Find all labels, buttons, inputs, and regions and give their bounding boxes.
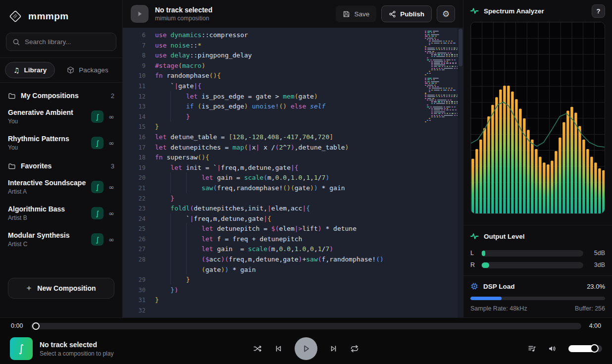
code-line[interactable]: 22 } (123, 193, 463, 204)
code-line[interactable]: (gate)) * gain (123, 264, 463, 275)
logo-row: mmmpm (0, 0, 122, 33)
code-text: } (155, 195, 174, 202)
code-line[interactable]: 14 } (123, 111, 463, 122)
channel-label: L (470, 250, 476, 257)
code-text: if (is_pos_edge) unoise!() else self (155, 103, 325, 110)
volume-knob[interactable] (590, 344, 599, 353)
code-line[interactable]: 25 let detunepitch = $(elem|>lift) * det… (123, 223, 463, 234)
elapsed-time: 0:00 (11, 322, 26, 329)
line-number: 31 (123, 295, 146, 306)
volume-controls (528, 345, 602, 353)
repeat-icon (350, 345, 359, 353)
code-line[interactable]: 9#stage(macro) (123, 60, 463, 71)
dsp-load-title: DSP Load (483, 283, 515, 290)
code-editor[interactable]: 6use dynamics::compressor7use noise::*8u… (123, 28, 463, 317)
code-lines: 6use dynamics::compressor7use noise::*8u… (123, 30, 463, 315)
composition-item[interactable]: Rhythmic PatternsYou∫∞ (0, 130, 122, 156)
section-header: Favorites3 (0, 156, 122, 174)
line-number: 30 (123, 285, 146, 296)
new-composition-button[interactable]: + New Composition (8, 278, 114, 299)
line-number: 11 (123, 81, 146, 92)
code-line[interactable]: 28 ($acc)(freq,m,detune,gate)+saw(f,rand… (123, 254, 463, 264)
code-line[interactable]: 32 (123, 305, 463, 315)
queue-button[interactable] (528, 345, 536, 353)
code-line[interactable]: 10fn randomphase(){ (123, 70, 463, 81)
code-line[interactable]: 8use delay::pingpong_delay (123, 50, 463, 60)
level-fill (482, 262, 489, 268)
composition-author: You (8, 118, 91, 125)
seek-knob[interactable] (32, 322, 40, 330)
code-line[interactable]: 21 saw(freq,randomphase!()(gate)) * gain (123, 183, 463, 193)
code-line[interactable]: 27 let gain = scale(m,0.0,1.0,0,1/7) (123, 244, 463, 254)
mimium-badge-icon: ∫ (91, 233, 103, 246)
integral-glyph: ∫ (19, 343, 24, 355)
composition-item[interactable]: Algorithmic BassArtist B∫∞ (0, 200, 122, 226)
code-line[interactable]: 23 foldl(detunepitches,init,|elem,acc|{ (123, 203, 463, 213)
tab-packages[interactable]: Packages (59, 62, 116, 78)
code-line[interactable]: 24 `|freq,m,detune,gate|{ (123, 213, 463, 224)
code-text: fn randomphase(){ (155, 72, 221, 79)
code-line[interactable]: 16let detune_table = [128,-128,408,-417,… (123, 132, 463, 142)
code-line[interactable]: 19 let init = `|freq,m,detune,gate|{ (123, 162, 463, 173)
code-text: }) (155, 286, 178, 294)
code-line[interactable]: 31} (123, 295, 463, 305)
mimium-badge-icon: ∫ (91, 110, 103, 123)
code-line[interactable]: 30 }) (123, 285, 463, 295)
code-line[interactable]: 13 if (is_pos_edge) unoise!() else self (123, 101, 463, 111)
code-line[interactable]: 26 let f = freq + detunepitch (123, 234, 463, 244)
shuffle-button[interactable] (253, 345, 262, 353)
search-input[interactable] (25, 38, 112, 46)
code-line[interactable]: 11 `|gate|{ (123, 81, 463, 91)
search-box[interactable] (6, 33, 116, 51)
editor-minimap[interactable] (425, 31, 457, 125)
code-line[interactable]: 6use dynamics::compressor (123, 30, 463, 40)
section-header: My Compositions2 (0, 86, 122, 104)
indent-guide (170, 183, 171, 193)
code-text: let gain = scale(m,0.0,1.0,1,1/7) (155, 174, 329, 181)
save-button[interactable]: Save (336, 5, 376, 22)
tab-library[interactable]: ♫ Library (5, 62, 55, 78)
code-line[interactable]: 29 } (123, 274, 463, 285)
code-text: foldl(detunepitches,init,|elem,acc|{ (155, 205, 310, 212)
volume-icon (548, 345, 557, 353)
line-number: 8 (123, 51, 146, 61)
code-line[interactable]: 17let detunepitches = map(|x| x /(2^7),d… (123, 142, 463, 153)
code-line[interactable]: 7use noise::* (123, 40, 463, 51)
composition-title: Modular Synthesis (8, 231, 91, 239)
album-art: ∫ (10, 337, 33, 360)
composition-title: Interactive Soundscape (8, 179, 91, 187)
help-button[interactable]: ? (592, 4, 605, 18)
line-number: 26 (123, 234, 146, 245)
code-line[interactable]: 12 let is_pos_edge = gate > mem(gate) (123, 91, 463, 102)
indent-guide (170, 234, 171, 244)
code-text: let init = `|freq,m,detune,gate|{ (155, 164, 299, 171)
line-number: 12 (123, 92, 146, 102)
publish-button[interactable]: Publish (381, 5, 432, 22)
preview-play-button[interactable] (131, 5, 149, 23)
code-text: } (155, 113, 190, 120)
editor-scrollbar[interactable] (458, 28, 463, 317)
save-label: Save (354, 10, 369, 18)
code-line[interactable]: 18fn supersaw(){ (123, 152, 463, 162)
topbar-actions: Save Publish ⚙ (336, 5, 455, 22)
code-line[interactable]: 15} (123, 121, 463, 132)
composition-item[interactable]: Interactive SoundscapeArtist A∫∞ (0, 174, 122, 200)
seek-bar[interactable] (31, 323, 581, 329)
app-logo-icon (8, 9, 23, 24)
next-button[interactable] (330, 345, 338, 353)
code-text: `|gate|{ (155, 82, 202, 90)
code-line[interactable]: 20 let gain = scale(m,0.0,1.0,1,1/7) (123, 172, 463, 183)
settings-button[interactable]: ⚙ (437, 5, 455, 22)
composition-item[interactable]: Generative AmbientYou∫∞ (0, 104, 122, 130)
previous-button[interactable] (274, 345, 282, 353)
volume-slider[interactable] (568, 345, 602, 352)
repeat-button[interactable] (350, 345, 359, 353)
scrollbar-thumb[interactable] (459, 29, 462, 66)
play-button[interactable] (295, 337, 317, 360)
activity-icon (470, 7, 479, 15)
composition-item[interactable]: Modular SynthesisArtist C∫∞ (0, 226, 122, 253)
indent-guide (186, 234, 187, 244)
volume-button[interactable] (548, 345, 557, 353)
level-meter-left (481, 250, 583, 257)
composition-author: Artist C (8, 241, 91, 248)
